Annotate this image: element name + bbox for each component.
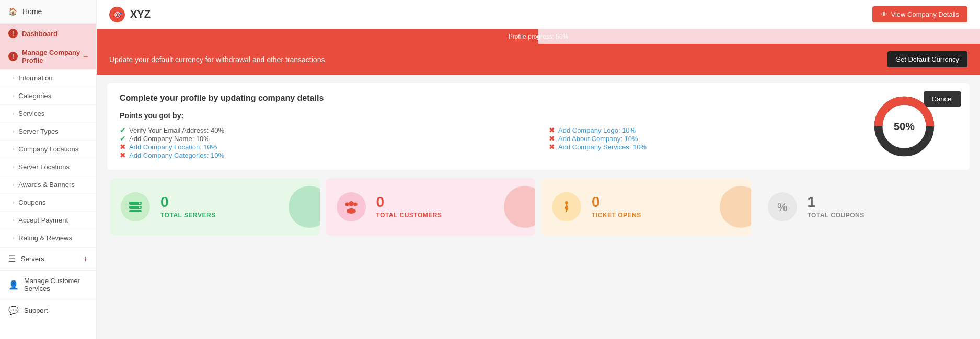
dashboard-label: Dashboard <box>22 30 57 38</box>
stat-card-customers: 0 TOTAL CUSTOMERS <box>326 178 536 236</box>
sidebar-item-server-types[interactable]: › Server Types <box>0 123 96 141</box>
sidebar-item-manage-customer[interactable]: 👤 Manage Customer Services <box>0 270 96 299</box>
cross-icon: ✖ <box>120 151 126 159</box>
point-item: ✔ Verify Your Email Address: 40% <box>120 126 528 134</box>
svg-point-7 <box>349 201 354 206</box>
coupons-stat-icon: % <box>768 192 797 221</box>
dashboard-alert-icon: ! <box>8 29 18 38</box>
chevron-right-icon: › <box>13 182 14 188</box>
sidebar-item-coupons[interactable]: › Coupons <box>0 194 96 212</box>
customers-count: 0 <box>376 195 442 209</box>
home-icon: 🏠 <box>8 7 17 16</box>
collapse-icon: − <box>83 52 88 61</box>
sidebar-item-server-locations[interactable]: › Server Locations <box>0 158 96 176</box>
manage-company-submenu: › Information › Categories › Services › … <box>0 69 96 247</box>
sidebar-item-support[interactable]: 💬 Support <box>0 299 96 322</box>
coupons-stat-info: 1 TOTAL COUPONS <box>808 195 864 219</box>
progress-bar-label: Profile progress: 50% <box>97 29 980 44</box>
chevron-right-icon: › <box>13 75 14 81</box>
sidebar-item-rating-reviews[interactable]: › Rating & Reviews <box>0 229 96 247</box>
servers-label: TOTAL SERVERS <box>160 212 216 219</box>
points-label: Points you got by: <box>120 111 957 120</box>
add-about-company-link[interactable]: Add About Company: 10% <box>558 135 638 143</box>
sidebar-item-accept-payment[interactable]: › Accept Payment <box>0 212 96 229</box>
sidebar-item-dashboard[interactable]: ! Dashboard <box>0 24 96 43</box>
sidebar-item-awards-banners[interactable]: › Awards & Banners <box>0 176 96 194</box>
chevron-right-icon: › <box>13 146 14 152</box>
currency-alert-message: Update your default currency for withdra… <box>109 55 327 64</box>
sidebar-item-home[interactable]: 🏠 Home <box>0 0 96 24</box>
currency-alert: Update your default currency for withdra… <box>97 44 980 75</box>
servers-icon: ☰ <box>8 254 16 264</box>
stats-row: 0 TOTAL SERVERS 0 TOTAL CUSTO <box>107 178 970 236</box>
svg-point-11 <box>565 201 568 204</box>
sidebar-item-categories[interactable]: › Categories <box>0 87 96 105</box>
eye-icon: 👁 <box>881 10 887 18</box>
servers-svg-icon <box>128 200 143 214</box>
coupons-count: 1 <box>808 195 864 209</box>
sidebar-item-company-locations[interactable]: › Company Locations <box>0 141 96 158</box>
add-company-location-link[interactable]: Add Company Location: 10% <box>129 143 217 151</box>
brand-name: XYZ <box>130 8 151 20</box>
customers-label: TOTAL CUSTOMERS <box>376 212 442 219</box>
point-item: ✖ Add Company Categories: 10% <box>120 151 528 159</box>
tickets-count: 0 <box>592 195 641 209</box>
servers-stat-info: 0 TOTAL SERVERS <box>160 195 216 219</box>
add-company-services-link[interactable]: Add Company Services: 10% <box>558 143 647 151</box>
add-company-logo-link[interactable]: Add Company Logo: 10% <box>558 126 636 134</box>
svg-point-9 <box>353 203 357 206</box>
support-icon: 💬 <box>8 306 19 315</box>
stat-card-coupons: % 1 TOTAL COUPONS <box>757 178 967 236</box>
cross-icon: ✖ <box>120 143 126 151</box>
brand: 🎯 XYZ <box>109 7 151 22</box>
sidebar-item-information[interactable]: › Information <box>0 69 96 87</box>
customers-stat-icon <box>337 192 366 221</box>
manage-company-alert-icon: ! <box>8 52 18 61</box>
view-company-label: View Company Details <box>891 10 959 18</box>
coupon-svg-icon: % <box>775 200 790 214</box>
sidebar-item-services[interactable]: › Services <box>0 105 96 123</box>
add-company-categories-link[interactable]: Add Company Categories: 10% <box>129 151 224 159</box>
brand-icon: 🎯 <box>109 7 125 22</box>
manage-company-label: Manage Company Profile <box>22 49 83 64</box>
chevron-right-icon: › <box>13 235 14 241</box>
customer-icon: 👤 <box>8 280 19 290</box>
svg-point-10 <box>345 203 349 206</box>
points-grid: ✔ Verify Your Email Address: 40% ✔ Add C… <box>120 126 957 159</box>
chevron-right-icon: › <box>13 128 14 134</box>
tickets-stat-info: 0 TICKET OPENS <box>592 195 641 219</box>
set-currency-label: Set Default Currency <box>896 55 959 63</box>
chevron-right-icon: › <box>13 111 14 116</box>
sidebar-item-manage-company[interactable]: ! Manage Company Profile − <box>0 43 96 69</box>
tickets-label: TICKET OPENS <box>592 212 641 219</box>
svg-point-8 <box>347 208 356 214</box>
sidebar-item-servers[interactable]: ☰ Servers + <box>0 247 96 270</box>
chevron-right-icon: › <box>13 200 14 205</box>
page-header: 🎯 XYZ 👁 View Company Details <box>97 0 980 29</box>
progress-bar-wrap: Profile progress: 50% <box>97 29 980 44</box>
sidebar-home-label: Home <box>22 7 42 16</box>
donut-label: 50% <box>894 121 915 133</box>
chevron-right-icon: › <box>13 164 14 170</box>
profile-card-title: Complete your profile by updating compan… <box>120 93 957 103</box>
stat-card-servers: 0 TOTAL SERVERS <box>110 178 320 236</box>
coupons-label: TOTAL COUPONS <box>808 212 864 219</box>
check-icon: ✔ <box>120 126 126 134</box>
add-servers-icon[interactable]: + <box>83 254 88 264</box>
cross-icon: ✖ <box>549 143 555 151</box>
set-currency-button[interactable]: Set Default Currency <box>887 51 967 67</box>
points-left-col: ✔ Verify Your Email Address: 40% ✔ Add C… <box>120 126 528 159</box>
tickets-stat-icon <box>552 192 581 221</box>
content-area: Profile progress: 50% Update your defaul… <box>97 29 980 339</box>
profile-card: Complete your profile by updating compan… <box>107 83 970 170</box>
donut-chart: 50% <box>870 92 938 160</box>
svg-text:%: % <box>777 201 788 214</box>
svg-point-6 <box>139 207 141 208</box>
view-company-button[interactable]: 👁 View Company Details <box>872 6 967 22</box>
customers-svg-icon <box>344 200 359 214</box>
main-content: 🎯 XYZ 👁 View Company Details Profile pro… <box>97 0 980 339</box>
check-icon: ✔ <box>120 134 126 143</box>
point-item: ✖ Add Company Location: 10% <box>120 143 528 151</box>
chevron-right-icon: › <box>13 93 14 99</box>
cross-icon: ✖ <box>549 134 555 143</box>
